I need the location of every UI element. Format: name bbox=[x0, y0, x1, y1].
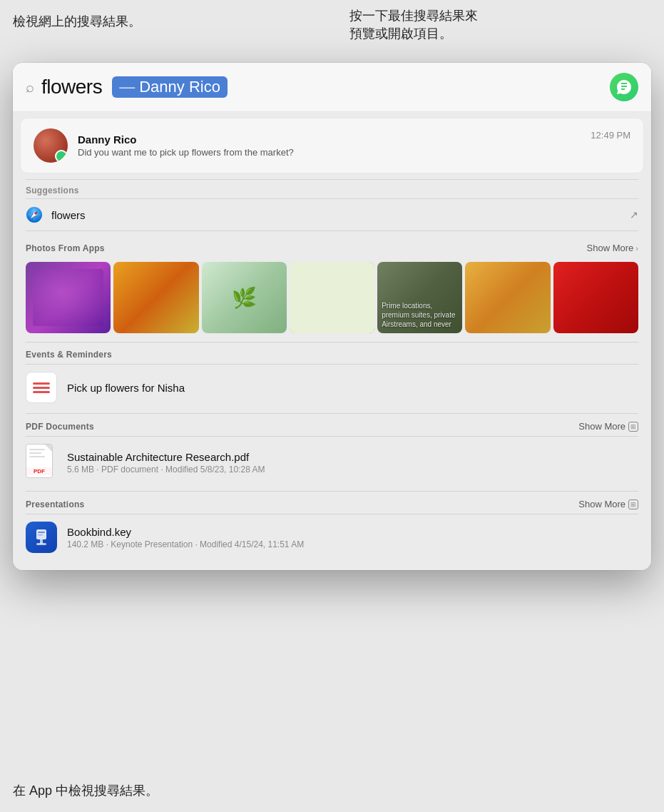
photo-thumb-5[interactable]: Prime locations, premium suites, private… bbox=[377, 262, 462, 333]
keynote-file-row[interactable]: Bookbind.key 140.2 MB · Keynote Presenta… bbox=[13, 514, 651, 560]
annotation-top-right-line2: 預覽或開啟項目。 bbox=[349, 25, 549, 43]
annotation-top-left: 檢視網上的搜尋結果。 bbox=[13, 13, 141, 31]
keynote-file-info: Bookbind.key 140.2 MB · Keynote Presenta… bbox=[67, 526, 638, 549]
pdf-show-more-button[interactable]: Show More ⊞ bbox=[578, 421, 638, 432]
annotation-bottom: 在 App 中檢視搜尋結果。 bbox=[13, 782, 158, 799]
spotlight-window: ⌕ flowers — Danny Rico Danny Rico Did yo… bbox=[13, 63, 651, 570]
pdf-file-meta: 5.6 MB · PDF document · Modified 5/8/23,… bbox=[67, 465, 638, 474]
messages-svg bbox=[616, 78, 633, 96]
messages-badge bbox=[55, 150, 68, 163]
pdf-corner-fold bbox=[45, 445, 52, 452]
reminder-lines bbox=[33, 382, 50, 393]
message-time: 12:49 PM bbox=[591, 128, 630, 141]
pdf-file-info: Sustainable Architecture Research.pdf 5.… bbox=[67, 451, 638, 474]
pdf-line-2 bbox=[29, 452, 41, 454]
reminder-line-2 bbox=[33, 387, 50, 389]
svg-rect-10 bbox=[38, 534, 43, 536]
contact-name: Danny Rico bbox=[78, 133, 581, 146]
message-text: Did you want me to pick up flowers from … bbox=[78, 147, 581, 158]
pres-show-more-square-icon: ⊞ bbox=[628, 499, 638, 509]
search-token[interactable]: — Danny Rico bbox=[112, 76, 228, 98]
pdf-icon-background bbox=[26, 444, 53, 478]
photos-show-more-label: Show More bbox=[587, 243, 634, 253]
search-icon: ⌕ bbox=[26, 79, 34, 96]
photo-thumb-1[interactable] bbox=[26, 262, 111, 333]
reminder-icon bbox=[26, 372, 57, 403]
photos-section-header: Photos From Apps Show More › bbox=[13, 238, 651, 258]
suggestion-row[interactable]: flowers ↗ bbox=[13, 199, 651, 230]
events-section: Events & Reminders Pick up flowers for N… bbox=[13, 342, 651, 413]
events-section-header: Events & Reminders bbox=[13, 345, 651, 364]
photo-thumb-3[interactable]: 🌿 bbox=[202, 262, 287, 333]
keynote-svg bbox=[31, 527, 52, 548]
photo-thumb-4[interactable] bbox=[290, 262, 374, 333]
safari-icon bbox=[26, 206, 43, 223]
keynote-icon-inner bbox=[30, 526, 53, 549]
reminder-line-3 bbox=[33, 391, 50, 393]
photos-section: Photos From Apps Show More › 🌿 Prime loc… bbox=[13, 231, 651, 342]
photos-show-more-button[interactable]: Show More › bbox=[587, 243, 638, 253]
pdf-label: PDF Documents bbox=[26, 422, 94, 432]
messages-app-icon[interactable] bbox=[610, 73, 638, 101]
search-query[interactable]: flowers bbox=[41, 76, 102, 98]
reminder-line-1 bbox=[33, 382, 50, 385]
svg-rect-8 bbox=[36, 543, 46, 545]
pdf-line-1 bbox=[29, 449, 45, 450]
event-text: Pick up flowers for Nisha bbox=[67, 382, 185, 394]
photos-grid: 🌿 Prime locations, premium suites, priva… bbox=[13, 258, 651, 342]
svg-rect-9 bbox=[38, 532, 45, 533]
token-label: Danny Rico bbox=[139, 78, 220, 96]
photo-overlay-5: Prime locations, premium suites, private… bbox=[377, 262, 462, 333]
suggestions-label: Suggestions bbox=[13, 180, 651, 198]
chevron-right-icon: › bbox=[635, 244, 638, 253]
show-more-square-icon: ⊞ bbox=[628, 422, 638, 432]
pdf-file-row[interactable]: Sustainable Architecture Research.pdf 5.… bbox=[13, 437, 651, 488]
search-bar: ⌕ flowers — Danny Rico bbox=[13, 63, 651, 112]
token-dash: — bbox=[119, 78, 135, 96]
photo-thumb-2[interactable] bbox=[113, 262, 198, 333]
keynote-icon bbox=[26, 522, 57, 553]
reminder-row[interactable]: Pick up flowers for Nisha bbox=[13, 365, 651, 410]
photo-thumb-7[interactable] bbox=[553, 262, 638, 333]
annotation-top-right: 按一下最佳搜尋結果來 預覽或開啟項目。 bbox=[349, 7, 549, 43]
pdf-file-icon bbox=[26, 444, 57, 481]
message-content: Danny Rico Did you want me to pick up fl… bbox=[78, 133, 581, 158]
events-label: Events & Reminders bbox=[26, 350, 112, 360]
presentations-show-more-button[interactable]: Show More ⊞ bbox=[578, 499, 638, 509]
keynote-file-name: Bookbind.key bbox=[67, 526, 638, 538]
top-result-row[interactable]: Danny Rico Did you want me to pick up fl… bbox=[20, 118, 644, 173]
contact-avatar bbox=[34, 128, 68, 163]
pdf-file-name: Sustainable Architecture Research.pdf bbox=[67, 451, 638, 463]
presentations-label: Presentations bbox=[26, 499, 84, 509]
pdf-section: PDF Documents Show More ⊞ Sustainabl bbox=[13, 414, 651, 491]
photo-thumb-6[interactable] bbox=[465, 262, 550, 333]
pdf-show-more-label: Show More bbox=[578, 421, 625, 432]
external-link-icon: ↗ bbox=[630, 209, 638, 220]
presentations-section: Presentations Show More ⊞ bbox=[13, 492, 651, 563]
photo-overlay-text: Prime locations, premium suites, private… bbox=[382, 301, 458, 329]
presentations-show-more-label: Show More bbox=[578, 499, 625, 509]
annotation-top-right-line1: 按一下最佳搜尋結果來 bbox=[349, 7, 549, 25]
bottom-spacer bbox=[13, 563, 651, 570]
keynote-file-meta: 140.2 MB · Keynote Presentation · Modifi… bbox=[67, 539, 638, 549]
pdf-line-3 bbox=[29, 456, 45, 457]
pdf-section-header: PDF Documents Show More ⊞ bbox=[13, 417, 651, 436]
suggestion-text: flowers bbox=[51, 209, 621, 221]
photos-label: Photos From Apps bbox=[26, 243, 105, 253]
presentations-section-header: Presentations Show More ⊞ bbox=[13, 494, 651, 514]
